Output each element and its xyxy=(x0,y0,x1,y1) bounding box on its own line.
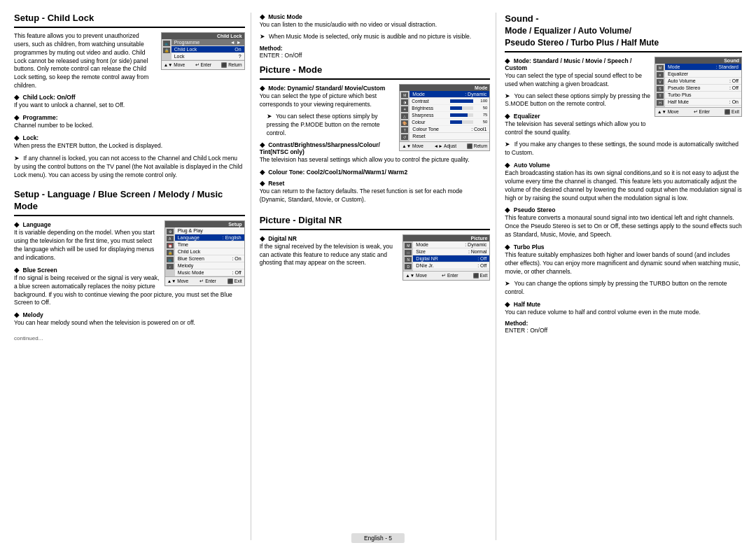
mode-tv-content: Mode : Dynamic Contrast 100 Brightness xyxy=(410,91,489,141)
setup-row-5: Blue Screen : On xyxy=(175,255,244,262)
icon-dnie: D xyxy=(405,264,412,269)
right-column: Sound - Mode / Equalizer / Auto Volume/ … xyxy=(505,13,742,540)
sound-title: Sound - Mode / Equalizer / Auto Volume/ … xyxy=(505,13,742,52)
picture-tv-content: Mode : Dynamic Size : Normal Digital NR … xyxy=(413,241,489,271)
sound-row-3: Auto Volume : Off xyxy=(665,78,741,85)
colour-bar-fill xyxy=(450,120,462,124)
page-footer: English - 5 xyxy=(351,533,405,543)
setup-row-6: Melody xyxy=(175,262,244,269)
pseudo-stereo-bullet: ◆ Pseudo Stereo This feature converts a … xyxy=(505,206,742,239)
picture-row-2: Size : Normal xyxy=(413,248,489,255)
mode-tv-icons: M ◑ ☀ △ 🎨 T ↺ xyxy=(400,91,410,141)
icon-lang: A xyxy=(167,236,174,241)
icon-dnr: N xyxy=(405,257,412,262)
icon-setup: ⚙ xyxy=(167,229,174,234)
child-lock-tv-screen: Child Lock 📺 🔒 Programme ◄ ► Child Lock xyxy=(161,32,245,70)
turbo-plus-bullet: ◆ Turbo Plus This feature suitably empha… xyxy=(505,243,742,296)
icon-av: V xyxy=(657,79,664,85)
diamond-mode-1: ◆ xyxy=(260,84,265,92)
mode-tv-nav: ▲▼ Move ◄► Adjust ⬛ Return xyxy=(400,141,489,150)
icon-tb: T xyxy=(657,93,664,99)
picture-tv-icons: M □ N D xyxy=(403,241,413,271)
child-lock-title: Setup - Child Lock xyxy=(14,13,245,28)
icon-mel: ♪ xyxy=(167,264,174,269)
icon-psize: □ xyxy=(405,250,412,255)
child-lock-tv-header: Programme ◄ ► xyxy=(172,39,244,46)
mode-row-mode: Mode : Dynamic xyxy=(410,91,489,98)
music-mode-bullet: ◆ Music Mode You can listen to the music… xyxy=(260,13,491,41)
child-lock-bullet-1: ◆ Child Lock: On/Off If you want to unlo… xyxy=(14,93,245,110)
sound-row-4: Pseudo Stereo : Off xyxy=(665,85,741,92)
arrow-icon-turbo: ➤ xyxy=(505,280,510,287)
sharpness-bar-bg xyxy=(450,113,473,117)
arrow-icon-mm: ➤ xyxy=(260,33,265,40)
icon-time: ⏰ xyxy=(167,243,174,248)
picture-tv-nav: ▲▼ Move ↵ Enter ⬛ Exit xyxy=(403,271,489,280)
child-lock-section: Setup - Child Lock Child Lock 📺 🔒 Progra… xyxy=(14,13,245,182)
mode-row-sharpness: Sharpness 75 xyxy=(410,112,489,119)
diamond-eq: ◆ xyxy=(505,112,510,120)
half-mute-bullet: ◆ Half Mute You can reduce volume to hal… xyxy=(505,300,742,317)
arrow-icon-1: ➤ xyxy=(14,155,20,162)
child-lock-note: ➤ If any channel is locked, you can not … xyxy=(14,154,245,180)
child-lock-tv-row-2: Lock ? xyxy=(172,53,244,60)
sound-tv-icons: M ≡ V S T H xyxy=(655,64,665,107)
icon-ps: S xyxy=(657,86,664,92)
equalizer-bullet: ◆ Equalizer The television has several s… xyxy=(505,112,742,157)
setup-row-3: Time xyxy=(175,241,244,248)
music-mode-method-label: Method: xyxy=(260,45,491,52)
picture-tv-screen: Picture M □ N D Mode : Dynamic xyxy=(402,234,490,281)
setup-row-7: Music Mode : Off xyxy=(175,269,244,276)
sound-row-5: Turbo Plus xyxy=(665,92,741,99)
diamond-icon-3: ◆ xyxy=(14,134,20,141)
digital-nr-section: Picture - Digital NR Picture M □ N D Mod… xyxy=(260,215,491,285)
icon-smode: M xyxy=(657,65,664,71)
sound-method-value: ENTER : On/Off xyxy=(505,327,742,334)
mode-row-reset: Reset xyxy=(410,133,489,140)
mode-tv-screen: Mode M ◑ ☀ △ 🎨 T ↺ Mode : Dynami xyxy=(399,84,490,151)
left-column: Setup - Child Lock Child Lock 📺 🔒 Progra… xyxy=(14,13,251,540)
diamond-ps: ◆ xyxy=(505,206,510,213)
diamond-icon-mel: ◆ xyxy=(14,311,20,318)
sound-row-1: Mode : Standard xyxy=(665,64,741,71)
icon-child: 🔒 xyxy=(167,250,174,255)
icon-reset: ↺ xyxy=(401,134,408,140)
child-lock-tv-row-1: Child Lock On xyxy=(172,46,244,53)
setup-tv-title: Setup xyxy=(165,221,244,227)
sound-tv-screen: Sound M ≡ V S T H Mode : Standard xyxy=(654,57,742,117)
child-lock-tv-nav: ▲▼ Move ↵ Enter ⬛ Return xyxy=(162,60,244,69)
picture-row-4: DNIe Jr. : Off xyxy=(413,262,489,269)
icon-sharp: △ xyxy=(401,113,408,119)
diamond-icon-mm: ◆ xyxy=(260,13,265,20)
sharpness-bar-fill xyxy=(450,113,468,117)
language-section: Setup - Language / Blue Screen / Melody … xyxy=(14,189,245,345)
colour-bar-bg xyxy=(450,120,473,124)
sound-tv-title: Sound xyxy=(655,57,741,64)
icon-contrast: ◑ xyxy=(401,99,408,105)
icon-screen: 📺 xyxy=(167,257,174,262)
picture-tv-title: Picture xyxy=(403,235,489,241)
language-title: Setup - Language / Blue Screen / Melody … xyxy=(14,189,245,216)
sound-tv-content: Mode : Standard Equalizer Auto Volume : … xyxy=(665,64,741,107)
music-mode-section: ◆ Music Mode You can listen to the music… xyxy=(260,13,491,59)
icon-hm: H xyxy=(657,100,664,106)
child-lock-tv-title: Child Lock xyxy=(162,33,244,39)
arrow-icon-eq: ➤ xyxy=(505,141,510,148)
icon-bright: ☀ xyxy=(401,106,408,112)
auto-volume-bullet: ◆ Auto Volume Each broadcasting station … xyxy=(505,161,742,203)
diamond-hm: ◆ xyxy=(505,300,510,308)
setup-row-4: Child Lock xyxy=(175,248,244,255)
icon-eq: ≡ xyxy=(657,72,664,78)
picture-row-1: Mode : Dynamic xyxy=(413,241,489,248)
brightness-bar-fill xyxy=(450,106,462,110)
brightness-bar-bg xyxy=(450,106,473,110)
mode-tv-title: Mode xyxy=(400,85,489,91)
mode-bullet-3: ◆ Colour Tone: Cool2/Cool1/Normal/Warm1/… xyxy=(260,168,491,176)
sound-tv-nav: ▲▼ Move ↵ Enter ⬛ Exit xyxy=(655,107,741,116)
picture-mode-title: Picture - Mode xyxy=(260,64,491,80)
mode-row-brightness: Brightness 50 xyxy=(410,105,489,112)
diamond-dnr: ◆ xyxy=(260,234,265,242)
diamond-sound-mode: ◆ xyxy=(505,57,510,64)
setup-tv-nav: ▲▼ Move ↵ Enter ⬛ Exit xyxy=(165,276,244,285)
icon-lock: 🔒 xyxy=(163,48,170,53)
